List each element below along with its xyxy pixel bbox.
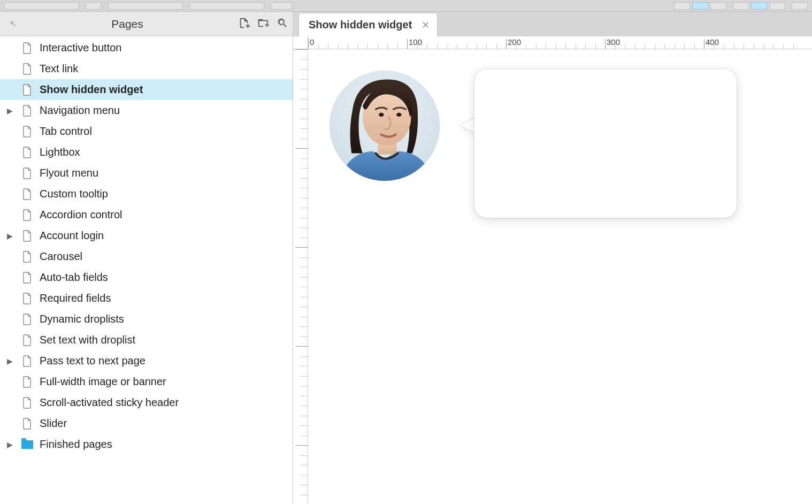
search-icon[interactable] <box>277 17 288 31</box>
page-tree-row[interactable]: Show hidden widget <box>0 79 293 100</box>
page-tree-row[interactable]: Flyout menu <box>0 163 293 184</box>
page-tree-row[interactable]: Custom tooltip <box>0 184 293 204</box>
page-tree-row[interactable]: Scroll-activated sticky header <box>0 392 293 413</box>
page-tree-row[interactable]: Carousel <box>0 246 293 267</box>
page-tree-row[interactable]: Full-width image or banner <box>0 371 293 392</box>
page-tree-row[interactable]: Set text with droplist <box>0 330 293 350</box>
page-tree-label: Set text with droplist <box>40 334 135 346</box>
page-tree-label: Flyout menu <box>40 167 98 179</box>
pages-panel: ↖ Pages Interactive buttonText linkShow … <box>0 12 293 504</box>
page-tree-label: Tab control <box>40 125 92 138</box>
page-icon <box>22 84 32 96</box>
more-format-button[interactable] <box>792 2 808 10</box>
page-icon <box>22 188 32 200</box>
align-left-button[interactable] <box>674 2 690 10</box>
page-icon <box>22 126 32 138</box>
page-tree-row[interactable]: ▶Finished pages <box>0 434 293 455</box>
ruler-vertical[interactable]: 0100200300400 <box>293 49 308 504</box>
page-icon <box>22 376 32 388</box>
folder-icon <box>21 440 33 449</box>
page-tree-label: Lightbox <box>40 146 80 158</box>
avatar-image <box>330 71 440 181</box>
page-tree-label: Slider <box>40 417 67 430</box>
page-tree-label: Interactive button <box>40 42 121 54</box>
page-tree-label: Scroll-activated sticky header <box>40 396 179 409</box>
add-page-icon[interactable] <box>238 17 250 31</box>
page-tree-label: Required fields <box>40 292 111 304</box>
close-icon[interactable]: ✕ <box>422 19 430 31</box>
page-tree-label: Show hidden widget <box>40 83 143 96</box>
page-tree-row[interactable]: Dynamic droplists <box>0 309 293 330</box>
font-dropdown[interactable] <box>108 2 183 10</box>
expand-caret-icon[interactable]: ▶ <box>7 357 13 365</box>
page-icon <box>22 42 32 54</box>
page-icon <box>22 355 32 367</box>
expand-caret-icon[interactable]: ▶ <box>7 232 13 240</box>
page-tree-label: Text link <box>40 63 78 75</box>
page-tree-label: Pass text to next page <box>40 355 145 367</box>
page-tree-label: Accordion control <box>40 209 122 221</box>
speech-bubble[interactable] <box>474 68 737 218</box>
ruler-horizontal[interactable]: 0100200300400 <box>308 36 812 49</box>
page-icon <box>22 167 32 179</box>
pages-panel-title: Pages <box>17 18 238 30</box>
editor-pane: Show hidden widget ✕ 0100200300400 01002… <box>293 12 812 504</box>
page-icon <box>22 209 32 221</box>
pages-tree[interactable]: Interactive buttonText linkShow hidden w… <box>0 36 293 504</box>
page-tree-label: Full-width image or banner <box>40 376 166 388</box>
svg-point-4 <box>396 113 401 117</box>
ruler-tick-label: 0 <box>310 37 314 47</box>
weight-dropdown[interactable] <box>189 2 264 10</box>
canvas-area: 0100200300400 0100200300400 <box>293 36 812 504</box>
tab-active[interactable]: Show hidden widget ✕ <box>298 13 438 36</box>
collapse-panel-icon[interactable]: ↖ <box>10 19 17 29</box>
format-toolbar <box>0 0 812 12</box>
page-tree-label: Finished pages <box>40 438 112 450</box>
page-tree-label: Dynamic droplists <box>40 313 124 325</box>
page-tree-row[interactable]: Lightbox <box>0 142 293 163</box>
page-icon <box>22 293 32 304</box>
expand-caret-icon[interactable]: ▶ <box>7 106 13 115</box>
valign-middle-button[interactable] <box>751 2 767 10</box>
page-icon <box>22 272 32 284</box>
page-tree-label: Auto-tab fields <box>40 271 108 284</box>
valign-top-button[interactable] <box>733 2 749 10</box>
avatar[interactable] <box>330 71 440 181</box>
page-tree-row[interactable]: Auto-tab fields <box>0 267 293 288</box>
page-tree-row[interactable]: ▶Pass text to next page <box>0 350 293 371</box>
align-right-button[interactable] <box>710 2 726 10</box>
page-icon <box>22 251 32 263</box>
ruler-tick-label: 300 <box>293 345 294 358</box>
page-icon <box>22 314 32 325</box>
page-tree-row[interactable]: Accordion control <box>0 204 293 225</box>
page-icon <box>22 334 32 346</box>
page-icon <box>22 147 32 158</box>
page-tree-row[interactable]: Text link <box>0 58 293 79</box>
canvas[interactable] <box>308 49 812 504</box>
page-tree-row[interactable]: Tab control <box>0 121 293 142</box>
align-center-button[interactable] <box>692 2 708 10</box>
tab-label: Show hidden widget <box>309 19 412 31</box>
page-tree-row[interactable]: Interactive button <box>0 37 293 58</box>
page-icon <box>22 397 32 409</box>
page-tree-label: Custom tooltip <box>40 188 108 200</box>
expand-caret-icon[interactable]: ▶ <box>7 440 13 449</box>
paint-button[interactable] <box>86 2 102 10</box>
page-tree-row[interactable]: ▶Account login <box>0 225 293 246</box>
size-input[interactable] <box>271 2 292 10</box>
valign-bottom-button[interactable] <box>769 2 785 10</box>
page-tree-row[interactable]: ▶Navigation menu <box>0 100 293 121</box>
page-icon <box>22 418 32 430</box>
svg-point-3 <box>379 113 384 117</box>
page-icon <box>22 105 32 117</box>
page-icon <box>22 230 32 242</box>
page-tree-label: Account login <box>40 230 104 242</box>
ruler-tick-label: 400 <box>706 37 719 47</box>
ruler-tick-label: 300 <box>607 37 620 47</box>
page-tree-row[interactable]: Slider <box>0 413 293 434</box>
add-folder-icon[interactable] <box>257 17 269 31</box>
style-dropdown[interactable] <box>4 2 79 10</box>
page-tree-row[interactable]: Required fields <box>0 288 293 309</box>
ruler-tick-label: 100 <box>293 147 294 160</box>
workspace: ↖ Pages Interactive buttonText linkShow … <box>0 12 812 504</box>
